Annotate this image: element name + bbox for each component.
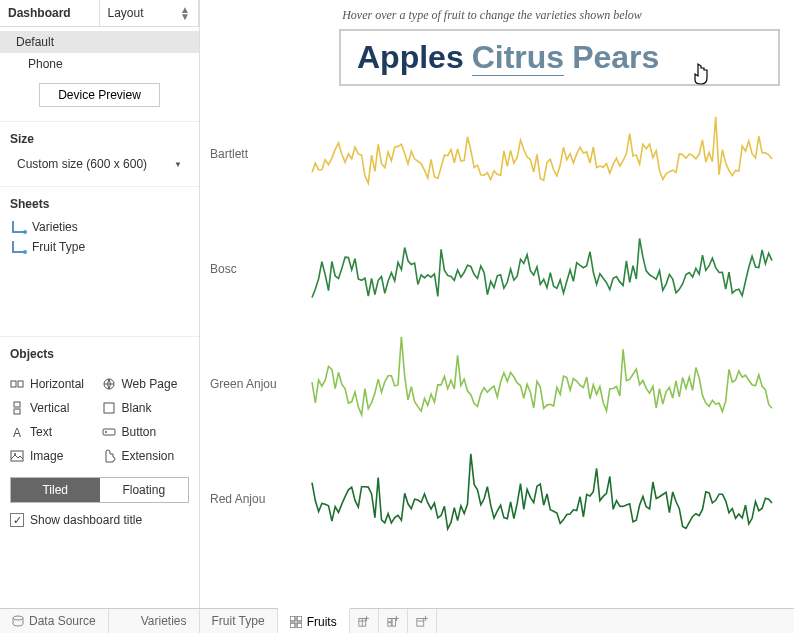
left-panel: Dashboard Layout ▲▼ Default Phone Device… xyxy=(0,0,200,608)
object-extension[interactable]: Extension xyxy=(102,445,190,467)
bar-chart-icon xyxy=(12,221,26,233)
svg-text:A: A xyxy=(13,426,21,439)
device-default[interactable]: Default xyxy=(0,31,199,53)
object-button[interactable]: Button xyxy=(102,421,190,443)
new-dashboard-icon xyxy=(387,615,399,627)
tiled-button[interactable]: Tiled xyxy=(11,478,100,502)
tab-data-source[interactable]: Data Source xyxy=(0,609,109,633)
chart-row: Bartlett xyxy=(204,96,780,211)
tab-label: Fruits xyxy=(307,615,337,629)
webpage-icon xyxy=(102,377,116,391)
updown-icon: ▲▼ xyxy=(180,6,190,20)
object-label: Horizontal xyxy=(30,377,84,391)
sparkline-chart[interactable] xyxy=(304,214,780,324)
sheet-label: Varieties xyxy=(32,220,78,234)
hover-hint: Hover over a type of fruit to change the… xyxy=(204,8,780,23)
object-text[interactable]: AText xyxy=(10,421,98,443)
sheet-tab-fruit-type[interactable]: Fruit Type xyxy=(200,609,278,633)
object-horizontal[interactable]: Horizontal xyxy=(10,373,98,395)
size-header: Size xyxy=(10,132,189,146)
new-worksheet-button[interactable] xyxy=(350,609,379,633)
svg-rect-19 xyxy=(387,618,390,621)
object-webpage[interactable]: Web Page xyxy=(102,373,190,395)
bottom-tab-bar: Data Source Varieties Fruit Type Fruits xyxy=(0,608,794,633)
chevron-down-icon: ▼ xyxy=(174,160,182,169)
new-story-button[interactable] xyxy=(408,609,437,633)
tab-dashboard[interactable]: Dashboard xyxy=(0,0,100,26)
title-word-pears[interactable]: Pears xyxy=(572,39,659,75)
object-label: Web Page xyxy=(122,377,178,391)
fruit-type-title-box[interactable]: Apples Citrus Pears xyxy=(339,29,780,86)
size-select[interactable]: Custom size (600 x 600) ▼ xyxy=(10,152,189,176)
sheet-fruit-type[interactable]: Fruit Type xyxy=(10,237,189,257)
horizontal-icon xyxy=(10,377,24,391)
svg-rect-20 xyxy=(387,623,390,626)
chart-row: Bosc xyxy=(204,211,780,326)
svg-rect-7 xyxy=(103,429,115,435)
sheet-tab-varieties[interactable]: Varieties xyxy=(129,609,200,633)
svg-rect-5 xyxy=(104,403,114,413)
tab-layout[interactable]: Layout ▲▼ xyxy=(100,0,200,26)
device-phone[interactable]: Phone xyxy=(0,53,199,75)
objects-header: Objects xyxy=(0,337,199,363)
size-value: Custom size (600 x 600) xyxy=(17,157,147,171)
device-preview-button[interactable]: Device Preview xyxy=(39,83,160,107)
checkbox-icon[interactable]: ✓ xyxy=(10,513,24,527)
svg-rect-12 xyxy=(290,616,295,621)
chart-label: Green Anjou xyxy=(204,377,304,391)
data-source-icon xyxy=(12,615,24,627)
show-title-label: Show dashboard title xyxy=(30,513,142,527)
object-label: Button xyxy=(122,425,157,439)
floating-button[interactable]: Floating xyxy=(100,478,189,502)
new-worksheet-icon xyxy=(358,615,370,627)
chart-row: Green Anjou xyxy=(204,326,780,441)
object-label: Vertical xyxy=(30,401,69,415)
blank-icon xyxy=(102,401,116,415)
object-vertical[interactable]: Vertical xyxy=(10,397,98,419)
panel-tabs: Dashboard Layout ▲▼ xyxy=(0,0,199,27)
object-blank[interactable]: Blank xyxy=(102,397,190,419)
sparkline-chart[interactable] xyxy=(304,329,780,439)
sparkline-chart[interactable] xyxy=(304,444,780,554)
svg-rect-9 xyxy=(11,451,23,461)
tiled-floating-toggle: Tiled Floating xyxy=(10,477,189,503)
chart-label: Red Anjou xyxy=(204,492,304,506)
svg-point-8 xyxy=(105,431,107,433)
tab-label: Data Source xyxy=(29,614,96,628)
svg-rect-1 xyxy=(18,381,23,387)
new-dashboard-button[interactable] xyxy=(379,609,408,633)
sheets-section: Sheets Varieties Fruit Type xyxy=(0,187,199,337)
svg-rect-13 xyxy=(297,616,302,621)
object-label: Image xyxy=(30,449,63,463)
sheet-label: Fruit Type xyxy=(32,240,85,254)
chart-row: Red Anjou xyxy=(204,441,780,556)
title-word-apples[interactable]: Apples xyxy=(357,39,464,75)
tab-layout-label: Layout xyxy=(108,6,144,20)
chart-label: Bosc xyxy=(204,262,304,276)
bar-chart-icon xyxy=(12,241,26,253)
sparkline-chart[interactable] xyxy=(304,99,780,209)
extension-icon xyxy=(102,449,116,463)
show-title-row[interactable]: ✓ Show dashboard title xyxy=(0,513,199,539)
object-label: Blank xyxy=(122,401,152,415)
image-icon xyxy=(10,449,24,463)
sheet-varieties[interactable]: Varieties xyxy=(10,217,189,237)
object-label: Text xyxy=(30,425,52,439)
svg-rect-0 xyxy=(11,381,16,387)
device-list: Default Phone Device Preview xyxy=(0,27,199,122)
new-story-icon xyxy=(416,615,428,627)
dashboard-canvas: Hover over a type of fruit to change the… xyxy=(200,0,794,608)
object-label: Extension xyxy=(122,449,175,463)
svg-rect-15 xyxy=(297,623,302,628)
svg-rect-21 xyxy=(392,618,395,626)
svg-rect-22 xyxy=(416,618,423,626)
dashboard-icon xyxy=(290,616,302,628)
sheet-tab-fruits[interactable]: Fruits xyxy=(278,608,350,633)
svg-rect-4 xyxy=(14,409,20,414)
sheets-header: Sheets xyxy=(10,197,189,211)
objects-section: Objects HorizontalWeb PageVerticalBlankA… xyxy=(0,337,199,608)
object-image[interactable]: Image xyxy=(10,445,98,467)
vertical-icon xyxy=(10,401,24,415)
size-section: Size Custom size (600 x 600) ▼ xyxy=(0,122,199,187)
title-word-citrus[interactable]: Citrus xyxy=(472,39,564,76)
